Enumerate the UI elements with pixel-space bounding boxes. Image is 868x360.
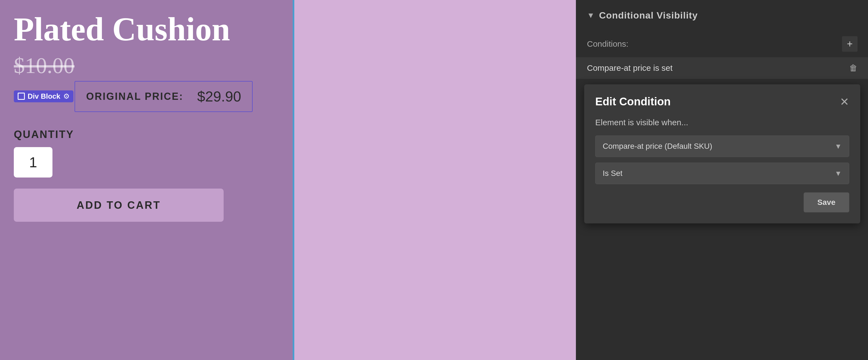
compare-at-price-dropdown[interactable]: Compare-at price (Default SKU) ▼ — [595, 136, 849, 157]
div-block-toolbar[interactable]: Div Block ⚙ — [14, 90, 73, 102]
quantity-label: QUANTITY — [14, 129, 279, 140]
conditions-label: Conditions: — [587, 39, 628, 49]
product-title: Plated Cushion — [14, 11, 279, 48]
save-button[interactable]: Save — [804, 192, 849, 212]
conditional-visibility-header: ▼ Conditional Visibility — [576, 0, 868, 31]
add-to-cart-button[interactable]: ADD TO CART — [14, 189, 224, 222]
modal-header: Edit Condition ✕ — [595, 95, 849, 108]
original-price-box: ORIGINAL PRICE: $29.90 — [74, 81, 253, 112]
product-area: Plated Cushion $10.00 Div Block ⚙ ORIGIN… — [0, 0, 292, 360]
modal-subtitle: Element is visible when... — [595, 118, 849, 127]
chevron-down-icon: ▼ — [835, 169, 842, 178]
chevron-down-icon: ▼ — [587, 11, 595, 20]
original-price-value: $29.90 — [197, 88, 241, 105]
quantity-section: QUANTITY 1 — [14, 129, 279, 177]
condition-item-label: Compare-at price is set — [587, 63, 673, 73]
is-set-label: Is Set — [603, 169, 623, 178]
div-block-square-icon — [18, 93, 25, 100]
delete-condition-button[interactable]: 🗑 — [849, 63, 858, 73]
is-set-dropdown[interactable]: Is Set ▼ — [595, 163, 849, 184]
right-panel: ▼ Conditional Visibility Conditions: + C… — [576, 0, 868, 360]
compare-at-price-label: Compare-at price (Default SKU) — [603, 142, 712, 151]
quantity-input[interactable]: 1 — [14, 147, 53, 177]
edit-condition-modal: Edit Condition ✕ Element is visible when… — [584, 84, 860, 223]
modal-footer: Save — [595, 192, 849, 212]
gear-icon[interactable]: ⚙ — [63, 92, 69, 101]
cv-title: Conditional Visibility — [599, 10, 698, 21]
chevron-down-icon: ▼ — [835, 142, 842, 151]
pink-area — [294, 0, 576, 360]
modal-close-button[interactable]: ✕ — [840, 96, 849, 107]
original-price-label: ORIGINAL PRICE: — [86, 91, 183, 102]
add-condition-button[interactable]: + — [842, 36, 858, 52]
div-block-label: Div Block — [28, 92, 60, 101]
product-price-struck: $10.00 — [14, 53, 279, 78]
modal-title: Edit Condition — [595, 95, 671, 108]
conditions-row: Conditions: + — [576, 31, 868, 57]
condition-item: Compare-at price is set 🗑 — [576, 57, 868, 79]
